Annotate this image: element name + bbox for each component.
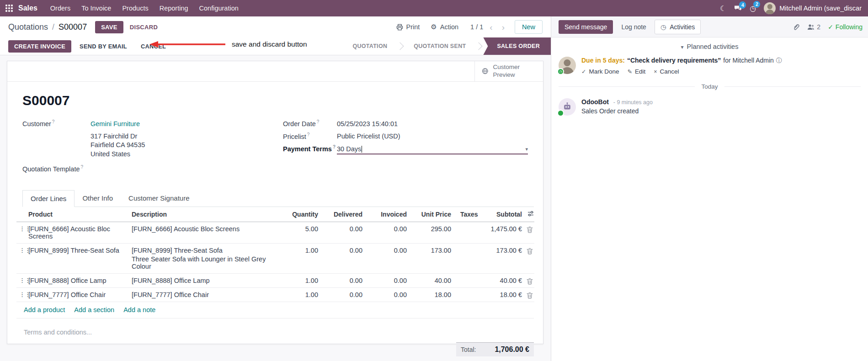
create-invoice-button[interactable]: CREATE INVOICE [8,40,71,53]
add-a-section-link[interactable]: Add a section [74,306,114,313]
log-note-button[interactable]: Log note [618,20,650,34]
apps-menu-icon[interactable] [5,5,13,12]
activities-systray-icon[interactable]: ◷ 2 [750,4,756,13]
menu-to-invoice[interactable]: To Invoice [76,0,117,16]
cell-description[interactable]: [FURN_6666] Acoustic Bloc Screens [129,222,280,243]
column-taxes[interactable]: Taxes [454,207,481,222]
stage-quotation[interactable]: QUOTATION [343,37,396,55]
pager-previous-icon[interactable]: ‹ [487,23,495,32]
cell-product[interactable]: [FURN_6666] Acoustic Bloc Screens [26,222,129,243]
cell-taxes[interactable] [454,222,481,243]
discard-button[interactable]: DISCARD [125,21,162,33]
user-menu[interactable]: Mitchell Admin (save_discar [764,2,862,14]
column-subtotal[interactable]: Subtotal [481,207,525,222]
tab-other-info[interactable]: Other Info [75,190,121,207]
send-message-button[interactable]: Send message [559,20,613,34]
menu-reporting[interactable]: Reporting [154,0,194,16]
cell-unit-price[interactable]: 173.00 [410,243,454,273]
new-button[interactable]: New [515,20,543,34]
cell-description[interactable]: [FURN_8999] Three-Seat SofaThree Seater … [129,243,280,273]
column-unit-price[interactable]: Unit Price [410,207,454,222]
pager-value[interactable]: 1 / 1 [470,23,483,31]
messages-icon[interactable]: 4 [734,5,742,12]
total-value: 1,706.00 € [495,345,529,354]
trash-icon[interactable] [527,226,533,233]
cell-quantity[interactable]: 1.00 [280,273,321,287]
cell-taxes[interactable] [454,287,481,302]
cell-product[interactable]: [FURN_8999] Three-Seat Sofa [26,243,129,273]
tab-customer-signature[interactable]: Customer Signature [121,190,197,207]
customer-preview-button[interactable]: Customer Preview [474,61,543,81]
info-icon[interactable]: ⓘ [776,57,782,65]
cell-description[interactable]: [FURN_8888] Office Lamp [129,273,280,287]
planned-activities-header[interactable]: ▾Planned activities [559,43,861,50]
edit-activity-button[interactable]: ✎ Edit [628,68,646,75]
followers-button[interactable]: 2 [807,23,820,31]
order-lines-body: ⋮⋮ [FURN_6666] Acoustic Bloc Screens [FU… [16,222,534,302]
attachments-button[interactable] [793,23,800,31]
optional-columns-icon[interactable] [525,207,534,222]
cell-taxes[interactable] [454,243,481,273]
cell-description[interactable]: [FURN_7777] Office Chair [129,287,280,302]
cell-delivered[interactable]: 0.00 [321,243,365,273]
menu-products[interactable]: Products [117,0,154,16]
app-name[interactable]: Sales [18,4,37,12]
cancel-activity-button[interactable]: × Cancel [654,68,679,75]
column-delivered[interactable]: Delivered [321,207,365,222]
cell-invoiced[interactable]: 0.00 [365,243,410,273]
customer-link[interactable]: Gemini Furniture [91,120,140,127]
add-a-product-link[interactable]: Add a product [24,306,65,313]
cell-product[interactable]: [FURN_7777] Office Chair [26,287,129,302]
cell-unit-price[interactable]: 295.00 [410,222,454,243]
stage-sales-order[interactable]: SALES ORDER [483,37,551,55]
drag-handle-icon[interactable]: ⋮⋮ [16,273,26,287]
drag-handle-icon[interactable]: ⋮⋮ [16,243,26,273]
cell-invoiced[interactable]: 0.00 [365,222,410,243]
drag-handle-icon[interactable]: ⋮⋮ [16,287,26,302]
add-a-note-link[interactable]: Add a note [123,306,155,313]
dropdown-caret-icon[interactable]: ▾ [525,146,528,152]
cell-delivered[interactable]: 0.00 [321,222,365,243]
print-button[interactable]: Print [393,21,424,33]
save-button[interactable]: SAVE [95,21,123,33]
column-invoiced[interactable]: Invoiced [365,207,410,222]
cell-quantity[interactable]: 1.00 [280,243,321,273]
cell-unit-price[interactable]: 40.00 [410,273,454,287]
payment-terms-label: Payment Terms? [283,144,337,153]
cell-delivered[interactable]: 0.00 [321,273,365,287]
column-description[interactable]: Description [129,207,280,222]
dark-mode-moon-icon[interactable]: ☾ [720,4,726,13]
trash-icon[interactable] [527,292,533,299]
cell-delivered[interactable]: 0.00 [321,287,365,302]
cell-invoiced[interactable]: 0.00 [365,273,410,287]
cell-unit-price[interactable]: 18.00 [410,287,454,302]
action-button[interactable]: ⚙ Action [427,21,462,33]
column-quantity[interactable]: Quantity [280,207,321,222]
following-button[interactable]: ✓ Following [828,23,863,31]
payment-terms-input[interactable]: 30 Days ▾ [337,145,528,154]
trash-icon[interactable] [527,248,533,255]
cell-invoiced[interactable]: 0.00 [365,287,410,302]
cell-quantity[interactable]: 1.00 [280,287,321,302]
breadcrumb-quotations[interactable]: Quotations [8,22,48,32]
activities-button[interactable]: ◷ Activities [655,20,701,34]
send-by-email-button[interactable]: SEND BY EMAIL [74,40,133,53]
trash-icon[interactable] [527,278,533,285]
tab-order-lines[interactable]: Order Lines [22,190,75,207]
cell-quantity[interactable]: 5.00 [280,222,321,243]
odoobot-avatar [559,98,576,116]
cell-taxes[interactable] [454,273,481,287]
menu-orders[interactable]: Orders [45,0,76,16]
field-group: Customer? Gemini Furniture 317 Fairchild… [22,119,528,177]
drag-handle-icon[interactable]: ⋮⋮ [16,222,26,243]
terms-and-conditions-placeholder[interactable]: Terms and conditions... [24,329,534,336]
pricelist-field[interactable]: Public Pricelist (USD) [337,133,400,140]
mark-done-button[interactable]: ✓ Mark Done [581,68,619,75]
pager-next-icon[interactable]: › [499,23,507,32]
order-date-field[interactable]: 05/25/2023 15:40:01 [337,120,398,127]
cell-product[interactable]: [FURN_8888] Office Lamp [26,273,129,287]
stage-quotation-sent[interactable]: QUOTATION SENT [405,37,475,55]
cancel-button[interactable]: CANCEL [135,40,171,53]
column-product[interactable]: Product [26,207,129,222]
menu-configuration[interactable]: Configuration [194,0,244,16]
